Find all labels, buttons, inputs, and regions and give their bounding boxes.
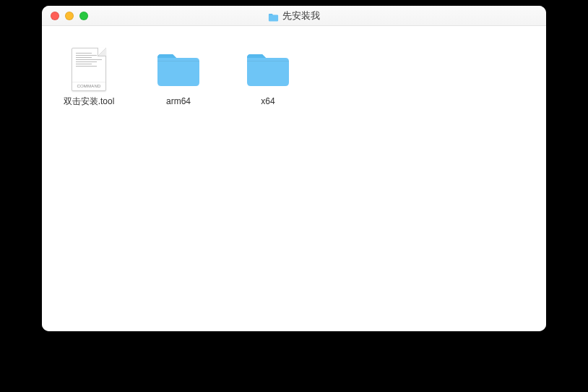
- folder-icon: [155, 46, 202, 93]
- folder-item-arm64[interactable]: arm64: [146, 46, 211, 108]
- folder-icon: [245, 46, 291, 93]
- file-type-badge: COMMAND: [72, 82, 105, 90]
- file-label: 双击安装.tool: [64, 96, 115, 108]
- close-button[interactable]: [51, 12, 59, 20]
- content-area[interactable]: COMMAND 双击安装.tool arm64: [42, 26, 546, 331]
- folder-item-x64[interactable]: x64: [235, 46, 301, 108]
- window-title: 先安装我: [282, 9, 320, 22]
- minimize-button[interactable]: [65, 12, 74, 20]
- folder-label: x64: [261, 96, 274, 108]
- titlebar[interactable]: 先安装我: [42, 6, 546, 26]
- title-center: 先安装我: [42, 9, 546, 22]
- maximize-button[interactable]: [79, 12, 88, 20]
- traffic-lights: [42, 12, 88, 20]
- finder-window: 先安装我 COMMAND: [42, 6, 546, 331]
- command-file-icon: COMMAND: [66, 46, 112, 93]
- folder-icon: [268, 12, 279, 20]
- file-item-command[interactable]: COMMAND 双击安装.tool: [56, 46, 121, 108]
- folder-label: arm64: [166, 96, 191, 108]
